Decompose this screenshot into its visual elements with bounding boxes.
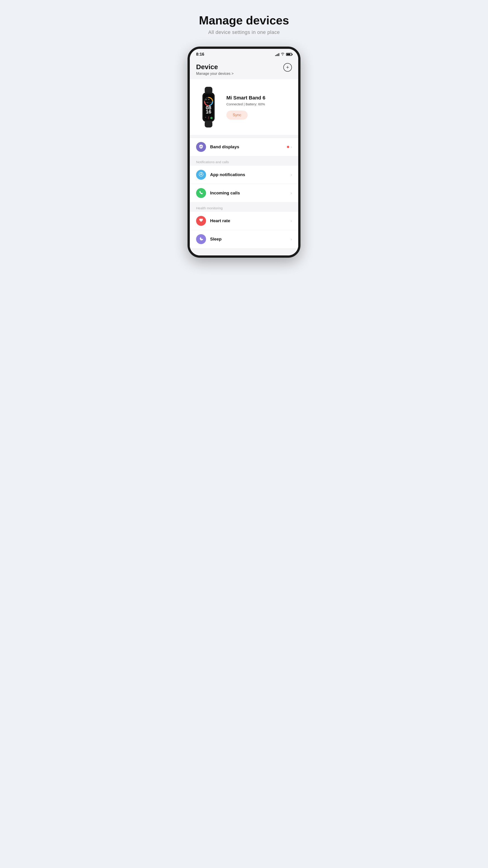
- heart-rate-label: Heart rate: [210, 218, 291, 223]
- battery-icon: [286, 53, 292, 56]
- band-displays-item[interactable]: Band displays ›: [190, 138, 298, 156]
- device-name: Mi Smart Band 6: [226, 95, 292, 101]
- phone-shell: 8:16: [188, 46, 300, 258]
- signal-bars-icon: [275, 53, 279, 56]
- status-bar: 8:16: [190, 49, 298, 59]
- heart-rate-item[interactable]: Heart rate ›: [190, 212, 298, 230]
- heart-rate-chevron-icon: ›: [291, 219, 292, 223]
- band-displays-notification-dot: [287, 146, 289, 148]
- status-icons: [275, 53, 292, 57]
- page-subtitle: All device settings in one place: [208, 29, 280, 35]
- app-notifications-icon-wrap: [196, 170, 206, 180]
- app-notifications-item[interactable]: App notifications ›: [190, 166, 298, 184]
- svg-rect-14: [205, 121, 213, 127]
- band-displays-chevron-icon: ›: [291, 145, 292, 149]
- heart-icon: [199, 218, 203, 224]
- incoming-calls-icon-wrap: [196, 188, 206, 198]
- incoming-calls-chevron-icon: ›: [291, 191, 292, 195]
- incoming-calls-label: Incoming calls: [210, 191, 291, 195]
- health-section: Heart rate › Slee: [190, 212, 298, 248]
- svg-text:M: M: [205, 117, 206, 118]
- page-wrapper: Manage devices All device settings in on…: [183, 9, 305, 258]
- device-status: Connected | Battery: 60%: [226, 102, 292, 106]
- device-info: Mi Smart Band 6 Connected | Battery: 60%…: [226, 95, 292, 120]
- svg-text:80: 80: [208, 118, 209, 119]
- page-title: Manage devices: [199, 13, 289, 27]
- app-notifications-chevron-icon: ›: [291, 173, 292, 177]
- status-time: 8:16: [196, 52, 204, 57]
- shield-icon: [199, 144, 203, 150]
- health-section-label: Health monitoring: [190, 203, 298, 212]
- device-header: Device Manage your devices > +: [190, 59, 298, 79]
- svg-text:4/6 周二 上午: 4/6 周二 上午: [205, 102, 213, 103]
- band-displays-icon-wrap: [196, 142, 206, 152]
- sleep-chevron-icon: ›: [291, 237, 292, 242]
- health-section-label-wrapper: Health monitoring Heart rate ›: [190, 203, 298, 248]
- heart-rate-icon-wrap: [196, 216, 206, 226]
- notifications-section: App notifications ›: [190, 166, 298, 202]
- notifications-section-label: Notifications and calls: [190, 156, 298, 166]
- band-displays-label: Band displays: [210, 145, 287, 149]
- phone-content: Device Manage your devices > +: [190, 59, 298, 255]
- phone-icon: [199, 190, 203, 196]
- svg-text:16: 16: [206, 109, 211, 115]
- svg-point-16: [200, 174, 202, 175]
- svg-text:☁: ☁: [205, 99, 207, 100]
- svg-point-13: [210, 117, 213, 119]
- add-device-button[interactable]: +: [283, 63, 292, 72]
- sleep-icon-wrap: [196, 234, 206, 244]
- sleep-item[interactable]: Sleep ›: [190, 230, 298, 248]
- device-card: ☁ 26° 4/6 周二 上午 08 16 M ♥: [190, 79, 298, 135]
- band-image: ☁ 26° 4/6 周二 上午 08 16 M ♥: [196, 86, 221, 129]
- sleep-label: Sleep: [210, 237, 291, 242]
- band-displays-section: Band displays ›: [190, 138, 298, 156]
- band-displays-right: ›: [287, 145, 292, 149]
- device-header-subtitle[interactable]: Manage your devices >: [196, 72, 234, 76]
- app-notifications-label: App notifications: [210, 172, 291, 177]
- bottom-space: [190, 249, 298, 255]
- band-svg: ☁ 26° 4/6 周二 上午 08 16 M ♥: [198, 87, 219, 127]
- wifi-icon: [281, 53, 285, 57]
- chat-icon: [199, 172, 203, 178]
- sync-button[interactable]: Sync: [226, 111, 248, 120]
- svg-text:26°: 26°: [208, 99, 210, 100]
- notifications-section-label-wrapper: Notifications and calls: [190, 156, 298, 202]
- moon-icon: [199, 237, 203, 242]
- incoming-calls-item[interactable]: Incoming calls ›: [190, 184, 298, 202]
- device-header-title: Device: [196, 63, 234, 71]
